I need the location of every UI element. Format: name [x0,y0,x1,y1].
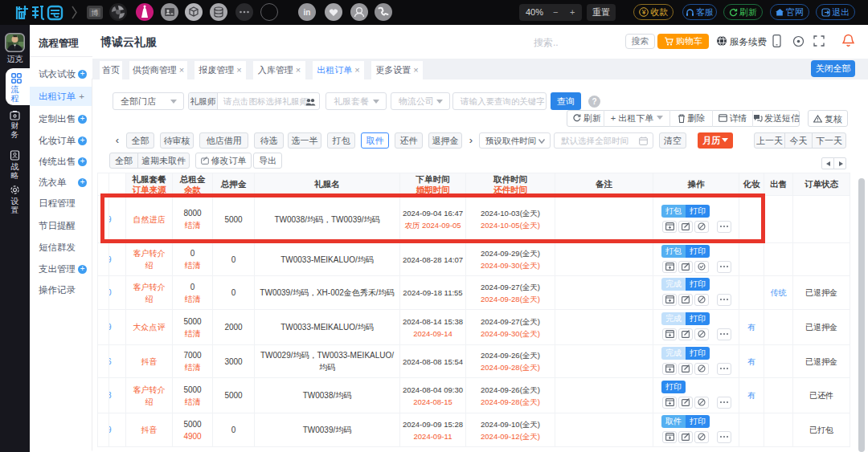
svg-text:博: 博 [92,9,99,17]
svg-text:¥: ¥ [641,8,645,16]
svg-text:in: in [304,8,311,17]
